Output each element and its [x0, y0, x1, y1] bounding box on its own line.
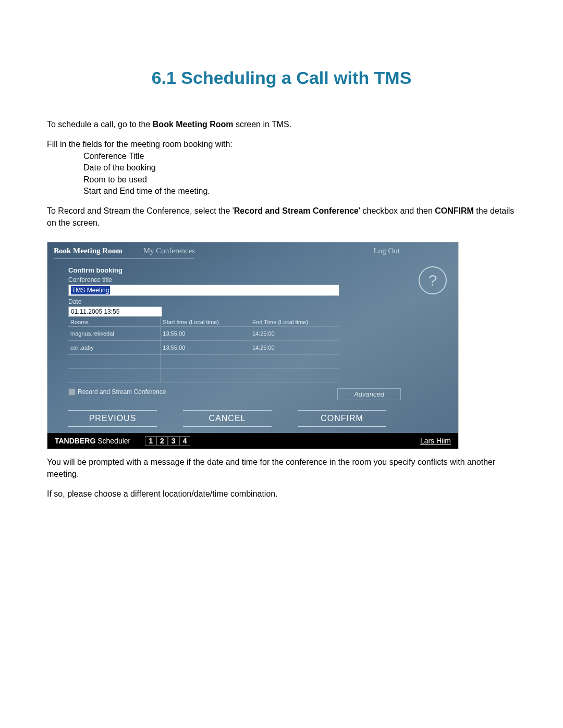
brand: TANDBERG Scheduler: [55, 437, 130, 445]
table-row: [68, 369, 339, 383]
cell: 14:25:00: [250, 327, 339, 341]
date-input[interactable]: 01.11.2005 13:55: [68, 306, 162, 317]
cell: 13:55:00: [161, 341, 250, 355]
section-title: 6.1 Scheduling a Call with TMS: [47, 68, 516, 88]
tab-my-conferences[interactable]: My Conferences: [143, 246, 195, 255]
bold-text: Record and Stream Conference: [234, 206, 359, 215]
bold-text: Book Meeting Room: [153, 120, 234, 129]
label-conference-title: Conference title: [68, 276, 437, 283]
cancel-button[interactable]: CANCEL: [183, 410, 272, 427]
text: To schedule a call, go to the: [47, 120, 153, 129]
input-value: TMS Meeting: [71, 286, 110, 294]
list-item: Start and End time of the meeting.: [83, 186, 516, 197]
previous-button[interactable]: PREVIOUS: [68, 410, 157, 427]
button-row: PREVIOUS CANCEL CONFIRM: [68, 410, 437, 427]
table-row: magnus.rekkedal 13:55:00 14:25:00: [68, 327, 339, 341]
table-row: carl.aaby 13:55:00 14:25:00: [68, 341, 339, 355]
text: screen in TMS.: [233, 120, 291, 129]
cell: 14:25:00: [250, 341, 339, 355]
step[interactable]: 1: [145, 436, 156, 446]
tms-screenshot: ? Book Meeting Room My Conferences Log O…: [47, 242, 459, 449]
list-item: Date of the booking: [83, 162, 516, 174]
form-area: Confirm booking Conference title TMS Mee…: [47, 259, 458, 401]
field-list: Conference Title Date of the booking Roo…: [47, 151, 516, 198]
label-date: Date: [68, 298, 437, 305]
brand-strong: TANDBERG: [55, 437, 95, 445]
step[interactable]: 4: [179, 436, 191, 446]
checkbox-label: Record and Stream Conference: [78, 388, 166, 396]
step[interactable]: 3: [168, 436, 179, 446]
intro-p2: Fill in the fields for the meeting room …: [47, 139, 516, 150]
cell: 13:55:00: [161, 327, 250, 341]
advanced-button[interactable]: Advanced: [337, 388, 401, 400]
tab-book-meeting-room[interactable]: Book Meeting Room: [54, 246, 123, 255]
outro-p1: You will be prompted with a message if t…: [47, 456, 516, 480]
col-start: Start time (Local time): [161, 318, 250, 327]
footer-bar: TANDBERG Scheduler 1 2 3 4 Lars Hiim: [47, 433, 458, 449]
outro-p2: If so, please choose a different locatio…: [47, 488, 516, 500]
bold-text: CONFIRM: [435, 206, 474, 215]
confirm-button[interactable]: CONFIRM: [298, 410, 386, 427]
col-rooms: Rooms: [68, 318, 161, 327]
cell: [68, 355, 161, 369]
user-link[interactable]: Lars Hiim: [420, 437, 451, 445]
cell: [161, 355, 250, 369]
cell: [161, 369, 250, 383]
logout-link[interactable]: Log Out: [374, 246, 452, 255]
intro-p1: To schedule a call, go to the Book Meeti…: [47, 119, 516, 130]
brand-suffix: Scheduler: [95, 437, 130, 445]
list-item: Conference Title: [83, 151, 516, 162]
table-row: [68, 355, 339, 369]
cell: carl.aaby: [68, 341, 161, 355]
intro-p3: To Record and Stream the Conference, sel…: [47, 205, 516, 229]
cell: [250, 355, 339, 369]
list-item: Room to be used: [83, 174, 516, 186]
divider: [47, 104, 516, 104]
confirm-heading: Confirm booking: [68, 266, 437, 274]
cell: [68, 369, 161, 383]
conference-title-input[interactable]: TMS Meeting: [68, 285, 339, 296]
text: ' checkbox and then: [359, 206, 435, 215]
col-end: End Time (Local time): [250, 318, 339, 327]
step[interactable]: 2: [156, 436, 168, 446]
cell: [250, 369, 339, 383]
wizard-steps: 1 2 3 4: [145, 436, 190, 446]
rooms-table: Rooms Start time (Local time) End Time (…: [68, 318, 339, 383]
checkbox-icon: [68, 388, 76, 396]
tab-bar: Book Meeting Room My Conferences Log Out: [47, 242, 458, 255]
text: To Record and Stream the Conference, sel…: [47, 206, 234, 215]
cell: magnus.rekkedal: [68, 327, 161, 341]
